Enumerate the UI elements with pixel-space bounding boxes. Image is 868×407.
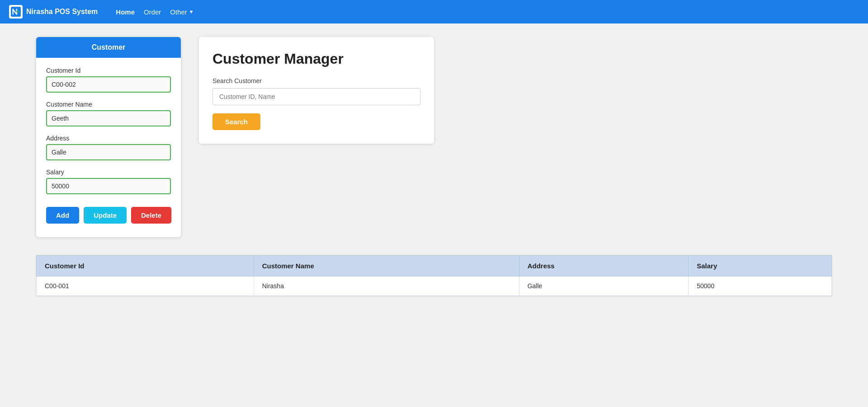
salary-input[interactable] xyxy=(46,178,171,194)
address-input[interactable] xyxy=(46,144,171,160)
customer-table: Customer Id Customer Name Address Salary… xyxy=(36,255,832,296)
panel-title: Customer xyxy=(92,43,126,51)
col-salary: Salary xyxy=(689,256,832,276)
search-panel: Customer Manager Search Customer Search xyxy=(199,37,434,144)
cell-customer-name: Nirasha xyxy=(254,276,519,296)
navbar: Nirasha POS System Home Order Other ▼ xyxy=(0,0,868,23)
col-customer-name: Customer Name xyxy=(254,256,519,276)
customer-name-group: Customer Name xyxy=(46,101,171,126)
customer-id-input[interactable] xyxy=(46,76,171,93)
chevron-down-icon: ▼ xyxy=(189,9,194,14)
svg-rect-0 xyxy=(11,7,21,17)
customer-id-group: Customer Id xyxy=(46,67,171,93)
search-button[interactable]: Search xyxy=(212,113,260,130)
main-content: Customer Customer Id Customer Name Addre… xyxy=(0,23,868,251)
nav-links: Home Order Other ▼ xyxy=(116,8,193,16)
table-section: Customer Id Customer Name Address Salary… xyxy=(36,255,832,296)
search-input[interactable] xyxy=(212,88,420,105)
address-group: Address xyxy=(46,135,171,160)
brand-logo-icon xyxy=(9,5,23,19)
brand-link[interactable]: Nirasha POS System xyxy=(9,5,98,19)
salary-label: Salary xyxy=(46,168,171,176)
customer-id-label: Customer Id xyxy=(46,67,171,74)
add-button[interactable]: Add xyxy=(46,207,79,224)
table-row[interactable]: C00-001 Nirasha Galle 50000 xyxy=(37,276,832,296)
cell-salary: 50000 xyxy=(689,276,832,296)
customer-name-input[interactable] xyxy=(46,110,171,126)
table-header: Customer Id Customer Name Address Salary xyxy=(37,256,832,276)
salary-group: Salary xyxy=(46,168,171,194)
table-body: C00-001 Nirasha Galle 50000 xyxy=(37,276,832,296)
customer-form-panel: Customer Customer Id Customer Name Addre… xyxy=(36,37,181,237)
brand-title: Nirasha POS System xyxy=(26,8,98,16)
customer-name-label: Customer Name xyxy=(46,101,171,108)
nav-other-dropdown[interactable]: Other ▼ xyxy=(170,8,193,16)
cell-address: Galle xyxy=(519,276,689,296)
panel-body: Customer Id Customer Name Address Salary… xyxy=(36,58,181,237)
panel-header: Customer xyxy=(36,37,181,58)
nav-home[interactable]: Home xyxy=(116,8,135,16)
col-address: Address xyxy=(519,256,689,276)
nav-other-label: Other xyxy=(170,8,187,16)
cell-customer-id: C00-001 xyxy=(37,276,254,296)
nav-order[interactable]: Order xyxy=(144,8,161,16)
table-header-row: Customer Id Customer Name Address Salary xyxy=(37,256,832,276)
form-button-row: Add Update Delete xyxy=(46,207,171,228)
address-label: Address xyxy=(46,135,171,142)
update-button[interactable]: Update xyxy=(84,207,127,224)
customer-manager-title: Customer Manager xyxy=(212,51,420,67)
delete-button[interactable]: Delete xyxy=(131,207,171,224)
col-customer-id: Customer Id xyxy=(37,256,254,276)
search-customer-label: Search Customer xyxy=(212,77,420,84)
